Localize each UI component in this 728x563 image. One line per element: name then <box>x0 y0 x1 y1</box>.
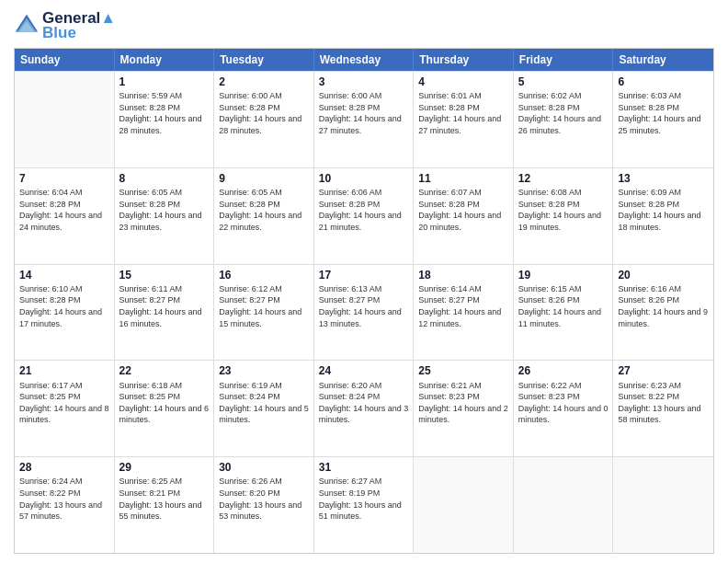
calendar-cell: 11Sunrise: 6:07 AM Sunset: 8:28 PM Dayli… <box>414 168 514 264</box>
weekday-header: Friday <box>514 49 614 71</box>
day-number: 26 <box>518 363 609 378</box>
calendar-cell: 27Sunrise: 6:23 AM Sunset: 8:22 PM Dayli… <box>613 361 713 456</box>
day-number: 6 <box>618 75 709 89</box>
cell-details: Sunrise: 6:04 AM Sunset: 8:28 PM Dayligh… <box>19 187 109 233</box>
cell-details: Sunrise: 6:19 AM Sunset: 8:24 PM Dayligh… <box>219 380 309 426</box>
weekday-header: Thursday <box>414 49 514 71</box>
day-number: 12 <box>518 171 609 186</box>
logo-icon <box>14 13 40 39</box>
calendar-row: 14Sunrise: 6:10 AM Sunset: 8:28 PM Dayli… <box>15 264 713 361</box>
day-number: 19 <box>518 268 609 282</box>
logo-text: General▲ Blue <box>42 9 116 42</box>
day-number: 14 <box>19 268 109 282</box>
calendar-cell: 24Sunrise: 6:20 AM Sunset: 8:24 PM Dayli… <box>314 361 415 456</box>
calendar-cell: 29Sunrise: 6:25 AM Sunset: 8:21 PM Dayli… <box>115 457 215 553</box>
day-number: 16 <box>219 268 309 282</box>
calendar-cell: 13Sunrise: 6:09 AM Sunset: 8:28 PM Dayli… <box>613 168 713 264</box>
calendar-cell: 1Sunrise: 5:59 AM Sunset: 8:28 PM Daylig… <box>115 72 215 167</box>
cell-details: Sunrise: 6:24 AM Sunset: 8:22 PM Dayligh… <box>19 476 109 522</box>
cell-details: Sunrise: 6:05 AM Sunset: 8:28 PM Dayligh… <box>219 187 309 233</box>
cell-details: Sunrise: 6:06 AM Sunset: 8:28 PM Dayligh… <box>319 187 409 233</box>
calendar-cell: 6Sunrise: 6:03 AM Sunset: 8:28 PM Daylig… <box>613 72 713 167</box>
cell-details: Sunrise: 6:25 AM Sunset: 8:21 PM Dayligh… <box>119 476 210 522</box>
cell-details: Sunrise: 6:27 AM Sunset: 8:19 PM Dayligh… <box>319 476 409 522</box>
calendar-header: SundayMondayTuesdayWednesdayThursdayFrid… <box>15 49 713 71</box>
calendar-cell: 23Sunrise: 6:19 AM Sunset: 8:24 PM Dayli… <box>214 361 314 456</box>
day-number: 30 <box>219 460 309 475</box>
day-number: 8 <box>119 171 210 186</box>
calendar-cell: 17Sunrise: 6:13 AM Sunset: 8:27 PM Dayli… <box>314 265 415 361</box>
day-number: 17 <box>319 268 409 282</box>
calendar: SundayMondayTuesdayWednesdayThursdayFrid… <box>14 48 714 554</box>
cell-details: Sunrise: 6:22 AM Sunset: 8:23 PM Dayligh… <box>518 380 609 426</box>
calendar-cell: 9Sunrise: 6:05 AM Sunset: 8:28 PM Daylig… <box>214 168 314 264</box>
day-number: 3 <box>319 75 409 89</box>
cell-details: Sunrise: 6:08 AM Sunset: 8:28 PM Dayligh… <box>518 187 609 233</box>
calendar-cell: 20Sunrise: 6:16 AM Sunset: 8:26 PM Dayli… <box>613 265 713 361</box>
cell-details: Sunrise: 6:01 AM Sunset: 8:28 PM Dayligh… <box>418 90 508 136</box>
day-number: 31 <box>319 460 409 475</box>
calendar-cell <box>15 72 115 167</box>
day-number: 11 <box>418 171 508 186</box>
day-number: 21 <box>19 363 109 378</box>
header: General▲ Blue <box>14 9 714 42</box>
cell-details: Sunrise: 6:14 AM Sunset: 8:27 PM Dayligh… <box>418 283 508 329</box>
day-number: 25 <box>418 363 508 378</box>
cell-details: Sunrise: 6:20 AM Sunset: 8:24 PM Dayligh… <box>319 380 409 426</box>
cell-details: Sunrise: 6:07 AM Sunset: 8:28 PM Dayligh… <box>418 187 508 233</box>
calendar-cell: 12Sunrise: 6:08 AM Sunset: 8:28 PM Dayli… <box>514 168 614 264</box>
weekday-header: Wednesday <box>314 49 415 71</box>
calendar-cell: 30Sunrise: 6:26 AM Sunset: 8:20 PM Dayli… <box>214 457 314 553</box>
calendar-cell: 22Sunrise: 6:18 AM Sunset: 8:25 PM Dayli… <box>115 361 215 456</box>
day-number: 5 <box>518 75 609 89</box>
day-number: 27 <box>618 363 709 378</box>
day-number: 7 <box>19 171 109 186</box>
day-number: 2 <box>219 75 309 89</box>
calendar-cell: 7Sunrise: 6:04 AM Sunset: 8:28 PM Daylig… <box>15 168 115 264</box>
cell-details: Sunrise: 6:02 AM Sunset: 8:28 PM Dayligh… <box>518 90 609 136</box>
day-number: 23 <box>219 363 309 378</box>
weekday-header: Sunday <box>15 49 115 71</box>
calendar-cell: 31Sunrise: 6:27 AM Sunset: 8:19 PM Dayli… <box>314 457 415 553</box>
calendar-cell <box>514 457 614 553</box>
calendar-cell: 18Sunrise: 6:14 AM Sunset: 8:27 PM Dayli… <box>414 265 514 361</box>
calendar-row: 7Sunrise: 6:04 AM Sunset: 8:28 PM Daylig… <box>15 167 713 264</box>
cell-details: Sunrise: 6:15 AM Sunset: 8:26 PM Dayligh… <box>518 283 609 329</box>
cell-details: Sunrise: 6:13 AM Sunset: 8:27 PM Dayligh… <box>319 283 409 329</box>
day-number: 4 <box>418 75 508 89</box>
cell-details: Sunrise: 6:26 AM Sunset: 8:20 PM Dayligh… <box>219 476 309 522</box>
cell-details: Sunrise: 6:18 AM Sunset: 8:25 PM Dayligh… <box>119 380 210 426</box>
cell-details: Sunrise: 6:21 AM Sunset: 8:23 PM Dayligh… <box>418 380 508 426</box>
day-number: 20 <box>618 268 709 282</box>
calendar-cell: 28Sunrise: 6:24 AM Sunset: 8:22 PM Dayli… <box>15 457 115 553</box>
calendar-cell: 26Sunrise: 6:22 AM Sunset: 8:23 PM Dayli… <box>514 361 614 456</box>
calendar-cell: 5Sunrise: 6:02 AM Sunset: 8:28 PM Daylig… <box>514 72 614 167</box>
cell-details: Sunrise: 6:17 AM Sunset: 8:25 PM Dayligh… <box>19 380 109 426</box>
cell-details: Sunrise: 6:09 AM Sunset: 8:28 PM Dayligh… <box>618 187 709 233</box>
cell-details: Sunrise: 6:00 AM Sunset: 8:28 PM Dayligh… <box>219 90 309 136</box>
day-number: 1 <box>119 75 210 89</box>
day-number: 15 <box>119 268 210 282</box>
cell-details: Sunrise: 6:23 AM Sunset: 8:22 PM Dayligh… <box>618 380 709 426</box>
calendar-cell: 8Sunrise: 6:05 AM Sunset: 8:28 PM Daylig… <box>115 168 215 264</box>
page: General▲ Blue SundayMondayTuesdayWednesd… <box>0 0 728 563</box>
day-number: 29 <box>119 460 210 475</box>
calendar-cell: 2Sunrise: 6:00 AM Sunset: 8:28 PM Daylig… <box>214 72 314 167</box>
cell-details: Sunrise: 6:00 AM Sunset: 8:28 PM Dayligh… <box>319 90 409 136</box>
day-number: 24 <box>319 363 409 378</box>
cell-details: Sunrise: 6:05 AM Sunset: 8:28 PM Dayligh… <box>119 187 210 233</box>
cell-details: Sunrise: 6:12 AM Sunset: 8:27 PM Dayligh… <box>219 283 309 329</box>
cell-details: Sunrise: 6:10 AM Sunset: 8:28 PM Dayligh… <box>19 283 109 329</box>
cell-details: Sunrise: 6:03 AM Sunset: 8:28 PM Dayligh… <box>618 90 709 136</box>
day-number: 10 <box>319 171 409 186</box>
day-number: 13 <box>618 171 709 186</box>
weekday-header: Saturday <box>613 49 713 71</box>
weekday-header: Tuesday <box>214 49 314 71</box>
calendar-row: 28Sunrise: 6:24 AM Sunset: 8:22 PM Dayli… <box>15 456 713 553</box>
cell-details: Sunrise: 6:16 AM Sunset: 8:26 PM Dayligh… <box>618 283 709 329</box>
calendar-cell: 3Sunrise: 6:00 AM Sunset: 8:28 PM Daylig… <box>314 72 415 167</box>
cell-details: Sunrise: 6:11 AM Sunset: 8:27 PM Dayligh… <box>119 283 210 329</box>
calendar-cell <box>414 457 514 553</box>
day-number: 9 <box>219 171 309 186</box>
logo-area: General▲ Blue <box>14 9 116 42</box>
